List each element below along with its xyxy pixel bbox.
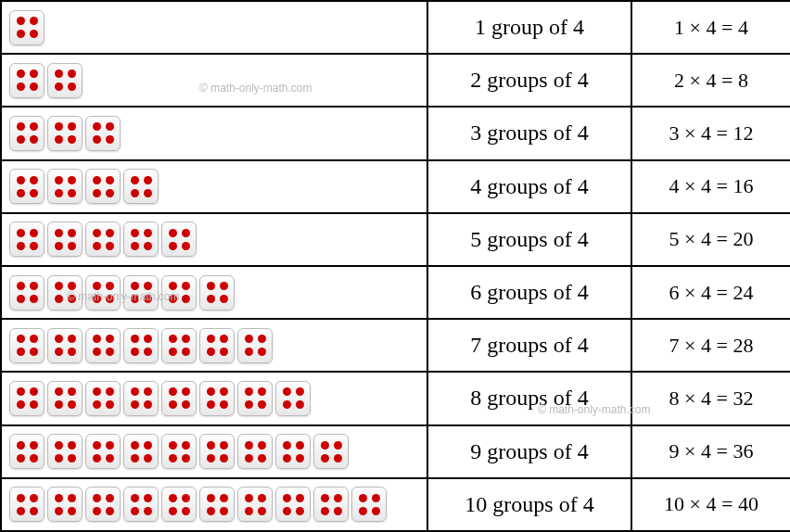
dice-cell xyxy=(1,478,427,531)
dice-cell xyxy=(1,266,427,319)
group-description: 4 groups of 4 xyxy=(427,160,631,213)
die-four-icon xyxy=(85,169,121,204)
die-four-icon xyxy=(275,487,311,522)
table-row: 6 groups of 46 × 4 = 24 xyxy=(1,266,790,319)
equation: 7 × 4 = 28 xyxy=(631,319,790,372)
die-four-icon xyxy=(9,434,45,469)
group-description: 9 groups of 4 xyxy=(427,425,631,478)
equation: 4 × 4 = 16 xyxy=(631,160,790,213)
die-four-icon xyxy=(47,434,83,469)
dice-cell xyxy=(1,1,427,54)
table-row: 1 group of 41 × 4 = 4 xyxy=(1,1,790,54)
equation: 5 × 4 = 20 xyxy=(631,213,790,266)
die-four-icon xyxy=(161,381,197,416)
die-four-icon xyxy=(199,434,235,469)
equation: 10 × 4 = 40 xyxy=(631,478,790,531)
equation: 3 × 4 = 12 xyxy=(631,107,790,159)
die-four-icon xyxy=(9,169,45,204)
dice-row xyxy=(9,10,419,45)
dice-cell xyxy=(1,372,427,424)
equation: 1 × 4 = 4 xyxy=(631,1,790,54)
dice-cell xyxy=(1,425,427,478)
die-four-icon xyxy=(85,222,121,257)
die-four-icon xyxy=(199,487,235,522)
die-four-icon xyxy=(313,487,349,522)
die-four-icon xyxy=(47,116,83,151)
dice-cell xyxy=(1,319,427,372)
dice-cell xyxy=(1,107,427,159)
table-row: 8 groups of 48 × 4 = 32 xyxy=(1,372,790,424)
dice-row xyxy=(9,381,419,416)
dice-cell xyxy=(1,213,427,266)
die-four-icon xyxy=(199,328,235,363)
dice-row xyxy=(9,487,419,522)
die-four-icon xyxy=(199,275,235,310)
equation: 6 × 4 = 24 xyxy=(631,266,790,319)
dice-cell xyxy=(1,54,427,107)
die-four-icon xyxy=(237,487,273,522)
dice-row xyxy=(9,116,419,151)
table-row: 9 groups of 49 × 4 = 36 xyxy=(1,425,790,478)
die-four-icon xyxy=(47,381,83,416)
group-description: 3 groups of 4 xyxy=(427,107,631,159)
die-four-icon xyxy=(9,116,45,151)
die-four-icon xyxy=(47,275,83,310)
multiplication-table-container: 1 group of 41 × 4 = 42 groups of 42 × 4 … xyxy=(0,0,790,532)
equation: 9 × 4 = 36 xyxy=(631,425,790,478)
die-four-icon xyxy=(161,275,197,310)
die-four-icon xyxy=(47,222,83,257)
die-four-icon xyxy=(123,275,159,310)
die-four-icon xyxy=(85,116,121,151)
die-four-icon xyxy=(199,381,235,416)
dice-row xyxy=(9,63,419,98)
group-description: 7 groups of 4 xyxy=(427,319,631,372)
table-row: 2 groups of 42 × 4 = 8 xyxy=(1,54,790,107)
dice-row xyxy=(9,169,419,204)
dice-row xyxy=(9,328,419,363)
die-four-icon xyxy=(85,434,121,469)
dice-row xyxy=(9,222,419,257)
table-row: 10 groups of 410 × 4 = 40 xyxy=(1,478,790,531)
table-row: 7 groups of 47 × 4 = 28 xyxy=(1,319,790,372)
die-four-icon xyxy=(9,487,45,522)
die-four-icon xyxy=(9,63,45,98)
equation: 2 × 4 = 8 xyxy=(631,54,790,107)
die-four-icon xyxy=(47,487,83,522)
die-four-icon xyxy=(161,222,197,257)
die-four-icon xyxy=(47,169,83,204)
die-four-icon xyxy=(161,434,197,469)
group-description: 5 groups of 4 xyxy=(427,213,631,266)
table-row: 3 groups of 43 × 4 = 12 xyxy=(1,107,790,159)
group-description: 2 groups of 4 xyxy=(427,54,631,107)
die-four-icon xyxy=(85,328,121,363)
equation: 8 × 4 = 32 xyxy=(631,372,790,424)
die-four-icon xyxy=(237,381,273,416)
group-description: 1 group of 4 xyxy=(427,1,631,54)
table-row: 4 groups of 44 × 4 = 16 xyxy=(1,160,790,213)
die-four-icon xyxy=(161,328,197,363)
die-four-icon xyxy=(275,381,311,416)
die-four-icon xyxy=(351,487,387,522)
die-four-icon xyxy=(47,328,83,363)
die-four-icon xyxy=(313,434,349,469)
group-description: 8 groups of 4 xyxy=(427,372,631,424)
group-description: 6 groups of 4 xyxy=(427,266,631,319)
die-four-icon xyxy=(9,381,45,416)
die-four-icon xyxy=(9,222,45,257)
die-four-icon xyxy=(123,169,159,204)
die-four-icon xyxy=(161,487,197,522)
dice-row xyxy=(9,434,419,469)
die-four-icon xyxy=(123,434,159,469)
die-four-icon xyxy=(9,328,45,363)
die-four-icon xyxy=(9,10,45,45)
table-row: 5 groups of 45 × 4 = 20 xyxy=(1,213,790,266)
die-four-icon xyxy=(47,63,83,98)
die-four-icon xyxy=(123,381,159,416)
die-four-icon xyxy=(85,487,121,522)
multiplication-table: 1 group of 41 × 4 = 42 groups of 42 × 4 … xyxy=(0,0,790,532)
dice-cell xyxy=(1,160,427,213)
die-four-icon xyxy=(123,328,159,363)
dice-row xyxy=(9,275,419,310)
die-four-icon xyxy=(9,275,45,310)
group-description: 10 groups of 4 xyxy=(427,478,631,531)
